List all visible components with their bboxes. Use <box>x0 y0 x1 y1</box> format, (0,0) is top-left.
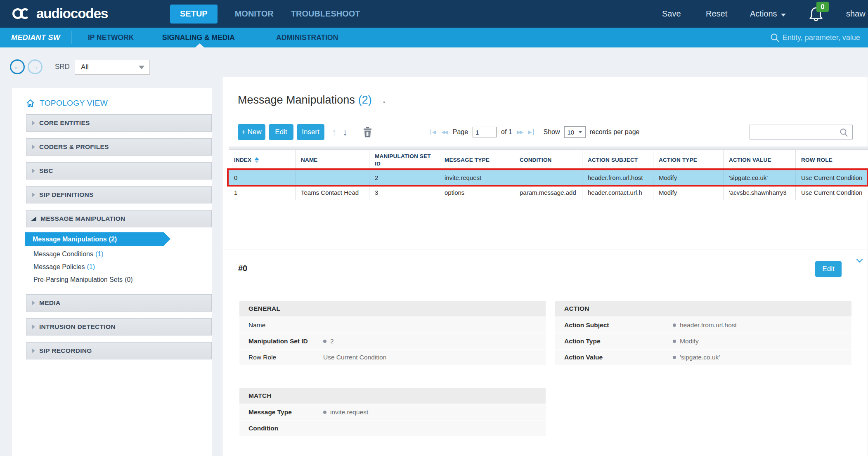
sidebar-section-intrusion-detection[interactable]: INTRUSION DETECTION <box>26 318 212 336</box>
sort-icon[interactable] <box>255 157 259 163</box>
nav-forward-button[interactable]: → <box>28 59 43 74</box>
search-divider <box>767 31 767 44</box>
column-header-condition[interactable]: CONDITION <box>514 150 582 170</box>
save-button[interactable]: Save <box>662 0 681 28</box>
top-nav-setup[interactable]: SETUP <box>170 5 218 24</box>
column-header-action-type[interactable]: ACTION TYPE <box>653 150 723 170</box>
sidebar-item-label: Message Manipulations <box>33 236 107 243</box>
table-header-row: INDEXNAMEMANIPULATION SET IDMESSAGE TYPE… <box>229 150 868 170</box>
brand-text: audiocodes <box>36 6 108 21</box>
triangle-collapsed-icon <box>32 120 35 125</box>
sidebar-section-coders-profiles[interactable]: CODERS & PROFILES <box>26 138 212 156</box>
detail-edit-button[interactable]: Edit <box>815 261 842 277</box>
search-icon <box>770 33 780 43</box>
sidebar-section-sip-definitions[interactable]: SIP DEFINITIONS <box>26 186 212 203</box>
page-input[interactable] <box>473 127 497 137</box>
table-row[interactable]: 02invite.requestheader.from.url.hostModi… <box>229 170 868 185</box>
sidebar-section-label: SIP RECORDING <box>39 347 92 354</box>
column-header-label: ROW ROLE <box>801 156 833 164</box>
sidebar-section-sbc[interactable]: SBC <box>26 162 212 180</box>
column-header-manipulation-set-id[interactable]: MANIPULATION SET ID <box>369 150 439 170</box>
cell-row-role: Use Current Condition <box>795 170 868 185</box>
first-page-icon[interactable]: ◀ <box>430 129 437 135</box>
detail-row: Action TypeModify <box>555 333 851 350</box>
page-size-value: 10 <box>568 129 575 136</box>
cell-index: 0 <box>229 170 295 185</box>
detail-value-text: Modify <box>680 338 699 345</box>
column-header-row-role[interactable]: ROW ROLE <box>795 150 868 170</box>
edit-button[interactable]: Edit <box>269 124 293 140</box>
cell-condition: param.message.add <box>514 185 582 200</box>
cell-set-id: 3 <box>369 185 439 200</box>
column-header-index[interactable]: INDEX <box>229 150 295 170</box>
cell-condition <box>514 170 582 185</box>
toolbar-divider <box>356 127 356 137</box>
column-header-action-value[interactable]: ACTION VALUE <box>723 150 795 170</box>
sidebar-section-core-entities[interactable]: CORE ENTITIES <box>26 114 212 132</box>
search-icon <box>840 128 849 137</box>
manipulations-table: INDEXNAMEMANIPULATION SET IDMESSAGE TYPE… <box>229 146 868 200</box>
top-nav-monitor[interactable]: MONITOR <box>235 9 274 19</box>
detail-value: header.from.url.host <box>673 321 737 329</box>
notifications-button[interactable]: 0 <box>808 5 826 24</box>
topology-view-link[interactable]: TOPOLOGY VIEW <box>25 98 108 108</box>
cell-action-value: 'sipgate.co.uk' <box>723 170 795 185</box>
detail-label: Message Type <box>239 409 323 416</box>
pagination: ◀ ◀◀ Page of 1 ▶▶ ▶ <box>430 127 534 137</box>
new-button[interactable]: + New <box>238 124 265 140</box>
table-search <box>750 125 853 139</box>
top-nav-troubleshoot[interactable]: TROUBLESHOOT <box>291 9 360 19</box>
move-up-icon[interactable]: ↑ <box>332 127 337 138</box>
audiocodes-logo-icon <box>12 7 33 21</box>
tab-administration[interactable]: ADMINISTRATION <box>276 28 338 47</box>
actions-menu-button[interactable]: Actions <box>750 0 786 28</box>
sidebar-section-sip-recording[interactable]: SIP RECORDING <box>26 342 212 359</box>
cell-index: 1 <box>229 185 295 200</box>
modified-bullet-icon <box>673 340 676 343</box>
cell-action-subject: header.contact.url.h <box>582 185 653 200</box>
column-header-label: CONDITION <box>520 156 552 164</box>
sidebar-section-media[interactable]: MEDIA <box>26 294 212 312</box>
sidebar-item-message-policies[interactable]: Message Policies(1) <box>26 260 212 273</box>
srd-select[interactable]: All <box>75 60 150 75</box>
sort-asc-icon <box>255 157 259 160</box>
detail-label: Action Subject <box>555 321 673 329</box>
cell-message-type: options <box>439 185 514 200</box>
chevron-down-icon <box>578 131 582 133</box>
move-down-icon[interactable]: ↓ <box>343 127 348 138</box>
tab-ip-network[interactable]: IP NETWORK <box>88 28 134 47</box>
detail-section-header: MATCH <box>239 388 546 404</box>
table-body: 02invite.requestheader.from.url.hostModi… <box>229 170 868 200</box>
column-header-label: INDEX <box>234 156 251 164</box>
chevron-down-icon <box>139 66 144 69</box>
sidebar-item-message-manipulations[interactable]: Message Manipulations(2) <box>25 232 164 246</box>
sidebar-section-label: CODERS & PROFILES <box>39 143 109 151</box>
column-header-name[interactable]: NAME <box>295 150 369 170</box>
sidebar-section-message-manipulation[interactable]: MESSAGE MANIPULATION <box>26 210 212 227</box>
page-size-select[interactable]: 10 <box>564 126 586 138</box>
top-nav: SETUPMONITORTROUBLESHOOT <box>170 0 360 28</box>
sidebar-item-message-conditions[interactable]: Message Conditions(1) <box>26 248 212 260</box>
reset-button[interactable]: Reset <box>706 0 727 28</box>
column-header-message-type[interactable]: MESSAGE TYPE <box>439 150 514 170</box>
insert-button[interactable]: Insert <box>297 124 324 140</box>
delete-icon[interactable] <box>363 127 372 138</box>
sub-nav: MEDIANT SW IP NETWORKSIGNALING & MEDIAAD… <box>0 28 868 47</box>
nav-back-button[interactable]: ← <box>10 59 25 74</box>
prev-page-icon[interactable]: ◀◀ <box>441 129 448 135</box>
next-page-icon[interactable]: ▶▶ <box>517 129 523 135</box>
triangle-collapsed-icon <box>32 192 35 197</box>
detail-value: 2 <box>323 338 334 345</box>
notification-badge: 0 <box>816 2 829 12</box>
detail-row: Name <box>239 317 546 333</box>
last-page-icon[interactable]: ▶ <box>528 129 534 135</box>
table-row[interactable]: 1Teams Contact Head3optionsparam.message… <box>229 185 868 200</box>
table-toolbar: + New Edit Insert ↑ ↓ ◀ ◀◀ Page of 1 ▶▶ … <box>238 123 853 141</box>
modified-bullet-icon <box>673 324 676 327</box>
table-search-input[interactable] <box>750 125 852 139</box>
sidebar-item-pre-parsing-manipulation-sets[interactable]: Pre-Parsing Manipulation Sets(0) <box>26 273 212 286</box>
column-header-action-subject[interactable]: ACTION SUBJECT <box>582 150 653 170</box>
global-search-input[interactable] <box>783 31 866 44</box>
user-menu[interactable]: shaw <box>846 0 866 28</box>
collapse-detail-icon[interactable] <box>856 256 863 263</box>
